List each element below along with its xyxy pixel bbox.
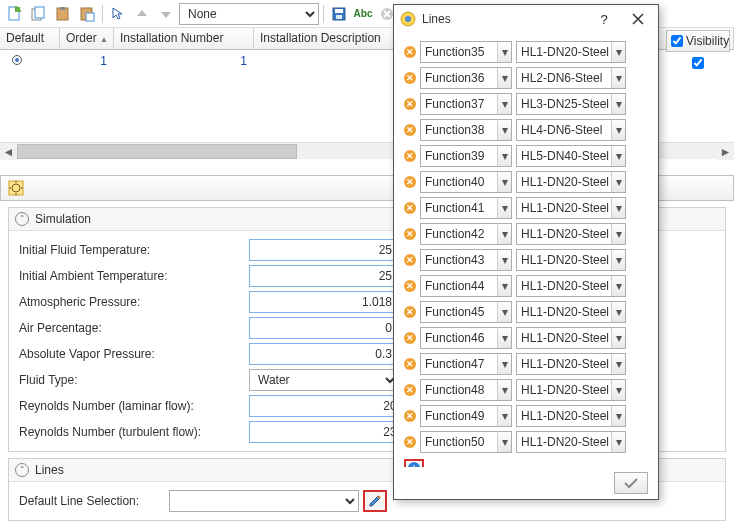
new-icon[interactable]: + bbox=[4, 3, 26, 25]
chevron-down-icon[interactable]: ▾ bbox=[497, 250, 511, 270]
function-select[interactable]: Function38▾ bbox=[420, 119, 512, 141]
remove-icon[interactable]: ✕ bbox=[404, 46, 416, 58]
line-select[interactable]: HL1-DN20-Steel▾ bbox=[516, 197, 626, 219]
move-up-icon[interactable] bbox=[131, 3, 153, 25]
chevron-down-icon[interactable]: ▾ bbox=[611, 68, 625, 88]
function-select[interactable]: Function47▾ bbox=[420, 353, 512, 375]
input-atm[interactable] bbox=[249, 291, 399, 313]
save-icon[interactable] bbox=[328, 3, 350, 25]
remove-icon[interactable]: ✕ bbox=[404, 254, 416, 266]
function-select[interactable]: Function43▾ bbox=[420, 249, 512, 271]
chevron-down-icon[interactable]: ▾ bbox=[497, 120, 511, 140]
line-select[interactable]: HL1-DN20-Steel▾ bbox=[516, 301, 626, 323]
line-select[interactable]: HL2-DN6-Steel▾ bbox=[516, 67, 626, 89]
col-visibility[interactable]: Visibility bbox=[666, 30, 730, 52]
line-select[interactable]: HL1-DN20-Steel▾ bbox=[516, 431, 626, 453]
chevron-down-icon[interactable]: ▾ bbox=[611, 302, 625, 322]
chevron-up-icon[interactable]: ˄ bbox=[15, 463, 29, 477]
filter-select[interactable]: None bbox=[179, 3, 319, 25]
input-iat[interactable] bbox=[249, 265, 399, 287]
remove-icon[interactable]: ✕ bbox=[404, 332, 416, 344]
chevron-down-icon[interactable]: ▾ bbox=[611, 198, 625, 218]
remove-icon[interactable]: ✕ bbox=[404, 202, 416, 214]
chevron-down-icon[interactable]: ▾ bbox=[611, 328, 625, 348]
ok-button[interactable] bbox=[614, 472, 648, 494]
remove-icon[interactable]: ✕ bbox=[404, 124, 416, 136]
line-select[interactable]: HL1-DN20-Steel▾ bbox=[516, 379, 626, 401]
remove-icon[interactable]: ✕ bbox=[404, 306, 416, 318]
scroll-right-icon[interactable]: ► bbox=[717, 143, 734, 160]
remove-icon[interactable]: ✕ bbox=[404, 280, 416, 292]
line-select[interactable]: HL1-DN20-Steel▾ bbox=[516, 41, 626, 63]
line-select[interactable]: HL3-DN25-Steel▾ bbox=[516, 93, 626, 115]
chevron-down-icon[interactable]: ▾ bbox=[611, 406, 625, 426]
chevron-up-icon[interactable]: ˄ bbox=[15, 212, 29, 226]
function-select[interactable]: Function49▾ bbox=[420, 405, 512, 427]
function-select[interactable]: Function35▾ bbox=[420, 41, 512, 63]
pointer-icon[interactable] bbox=[107, 3, 129, 25]
chevron-down-icon[interactable]: ▾ bbox=[497, 406, 511, 426]
function-select[interactable]: Function37▾ bbox=[420, 93, 512, 115]
col-default[interactable]: Default bbox=[0, 28, 60, 49]
line-select[interactable]: HL1-DN20-Steel▾ bbox=[516, 275, 626, 297]
visibility-header-check[interactable] bbox=[671, 35, 683, 47]
paste-special-icon[interactable] bbox=[76, 3, 98, 25]
visibility-row-check[interactable] bbox=[692, 57, 704, 69]
input-ift[interactable] bbox=[249, 239, 399, 261]
copy-icon[interactable] bbox=[28, 3, 50, 25]
remove-icon[interactable]: ✕ bbox=[404, 98, 416, 110]
chevron-down-icon[interactable]: ▾ bbox=[497, 198, 511, 218]
line-select[interactable]: HL1-DN20-Steel▾ bbox=[516, 249, 626, 271]
settings-panel-icon[interactable] bbox=[5, 177, 27, 199]
chevron-down-icon[interactable]: ▾ bbox=[497, 94, 511, 114]
input-air[interactable] bbox=[249, 317, 399, 339]
function-select[interactable]: Function48▾ bbox=[420, 379, 512, 401]
chevron-down-icon[interactable]: ▾ bbox=[497, 172, 511, 192]
input-rturb[interactable] bbox=[249, 421, 417, 443]
col-install-num[interactable]: Installation Number bbox=[114, 28, 254, 49]
paste-icon[interactable] bbox=[52, 3, 74, 25]
select-ftype[interactable]: Water bbox=[249, 369, 399, 391]
chevron-down-icon[interactable]: ▾ bbox=[497, 276, 511, 296]
remove-icon[interactable]: ✕ bbox=[404, 384, 416, 396]
col-order[interactable]: Order ▲ bbox=[60, 28, 114, 49]
edit-lines-button[interactable] bbox=[363, 490, 387, 512]
remove-icon[interactable]: ✕ bbox=[404, 228, 416, 240]
chevron-down-icon[interactable]: ▾ bbox=[611, 432, 625, 452]
remove-icon[interactable]: ✕ bbox=[404, 72, 416, 84]
chevron-down-icon[interactable]: ▾ bbox=[611, 146, 625, 166]
chevron-down-icon[interactable]: ▾ bbox=[497, 380, 511, 400]
function-select[interactable]: Function45▾ bbox=[420, 301, 512, 323]
chevron-down-icon[interactable]: ▾ bbox=[497, 302, 511, 322]
function-select[interactable]: Function36▾ bbox=[420, 67, 512, 89]
function-select[interactable]: Function42▾ bbox=[420, 223, 512, 245]
chevron-down-icon[interactable]: ▾ bbox=[611, 42, 625, 62]
line-select[interactable]: HL4-DN6-Steel▾ bbox=[516, 119, 626, 141]
chevron-down-icon[interactable]: ▾ bbox=[611, 380, 625, 400]
chevron-down-icon[interactable]: ▾ bbox=[497, 42, 511, 62]
chevron-down-icon[interactable]: ▾ bbox=[497, 68, 511, 88]
chevron-down-icon[interactable]: ▾ bbox=[611, 120, 625, 140]
line-select[interactable]: HL1-DN20-Steel▾ bbox=[516, 327, 626, 349]
input-avp[interactable] bbox=[249, 343, 399, 365]
chevron-down-icon[interactable]: ▾ bbox=[611, 172, 625, 192]
function-select[interactable]: Function41▾ bbox=[420, 197, 512, 219]
input-rlam[interactable] bbox=[249, 395, 417, 417]
chevron-down-icon[interactable]: ▾ bbox=[611, 224, 625, 244]
remove-icon[interactable]: ✕ bbox=[404, 436, 416, 448]
chevron-down-icon[interactable]: ▾ bbox=[611, 354, 625, 374]
chevron-down-icon[interactable]: ▾ bbox=[611, 276, 625, 296]
chevron-down-icon[interactable]: ▾ bbox=[497, 432, 511, 452]
close-button[interactable] bbox=[624, 8, 652, 30]
select-dls[interactable] bbox=[169, 490, 359, 512]
function-select[interactable]: Function44▾ bbox=[420, 275, 512, 297]
function-select[interactable]: Function40▾ bbox=[420, 171, 512, 193]
chevron-down-icon[interactable]: ▾ bbox=[611, 250, 625, 270]
line-select[interactable]: HL1-DN20-Steel▾ bbox=[516, 353, 626, 375]
chevron-down-icon[interactable]: ▾ bbox=[497, 224, 511, 244]
function-select[interactable]: Function46▾ bbox=[420, 327, 512, 349]
add-line-button[interactable]: + bbox=[404, 459, 424, 467]
line-select[interactable]: HL1-DN20-Steel▾ bbox=[516, 223, 626, 245]
dialog-titlebar[interactable]: Lines ? bbox=[394, 5, 658, 33]
function-select[interactable]: Function50▾ bbox=[420, 431, 512, 453]
